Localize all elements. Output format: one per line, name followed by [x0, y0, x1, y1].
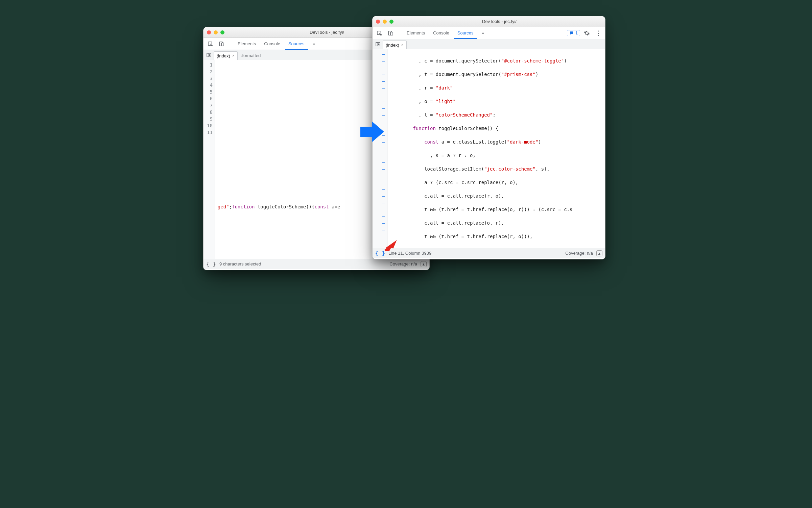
traffic-lights [207, 30, 224, 34]
status-bar: { } Line 11, Column 3939 Coverage: n/a ▲ [373, 248, 605, 258]
separator [230, 41, 230, 47]
file-tab-formatted[interactable]: :formatted [238, 51, 264, 60]
status-bar: { } 9 characters selected Coverage: n/a … [204, 259, 429, 269]
tab-sources[interactable]: Sources [284, 38, 309, 50]
tab-console[interactable]: Console [429, 27, 453, 39]
window-title: DevTools - jec.fyi/ [397, 19, 602, 24]
code-content[interactable]: ged";function toggleColorScheme(){const … [215, 60, 340, 259]
chevron-right-icon: » [313, 41, 315, 46]
navigator-toggle-icon[interactable] [205, 50, 213, 60]
titlebar[interactable]: DevTools - jec.fyi/ [373, 16, 605, 27]
code-content[interactable]: , c = document.querySelector("#color-sch… [387, 49, 572, 248]
code-line: c.alt = c.alt.replace(o, r), [390, 220, 572, 226]
traffic-lights [376, 20, 393, 24]
status-text: 9 characters selected [219, 261, 261, 266]
blue-arrow-icon [359, 118, 386, 145]
settings-gear-icon[interactable] [582, 28, 592, 38]
code-line: a ? (c.src = c.src.replace(r, o), [390, 179, 572, 186]
issues-count: 1 [575, 31, 578, 35]
tab-elements[interactable]: Elements [234, 38, 260, 50]
svg-rect-2 [221, 43, 224, 46]
code-line: ged";function toggleColorScheme(){const … [218, 203, 340, 210]
close-tab-icon[interactable]: × [232, 53, 235, 58]
tab-label: Elements [407, 30, 425, 35]
red-arrow-icon [382, 236, 399, 253]
line-num: 10 [207, 122, 213, 129]
code-line [218, 176, 340, 183]
code-line: , c = document.querySelector("#color-sch… [390, 57, 572, 64]
svg-rect-6 [390, 32, 393, 35]
tab-more[interactable]: » [309, 38, 319, 50]
code-line [218, 163, 340, 170]
line-num: 8 [207, 109, 213, 116]
coverage-label: Coverage: n/a [389, 261, 417, 266]
panel-tabs: Elements Console Sources » [234, 38, 319, 50]
code-line: , r = "dark" [390, 84, 572, 91]
line-num: 11 [207, 129, 213, 136]
code-line: function toggleColorScheme() { [390, 125, 572, 132]
code-line [218, 68, 340, 75]
tab-label: Console [433, 30, 449, 35]
chevron-right-icon: » [482, 30, 484, 35]
line-num: 7 [207, 102, 213, 109]
code-line: , l = "colorSchemeChanged"; [390, 111, 572, 118]
file-tab-index[interactable]: (index) × [214, 51, 238, 60]
line-num: 3 [207, 75, 213, 82]
tab-label: Elements [238, 41, 256, 46]
code-line: t && (t.href = t.href.replace(o, r))) : … [390, 206, 572, 213]
devtools-window-right: DevTools - jec.fyi/ Elements Console Sou… [372, 16, 605, 259]
code-line [218, 136, 340, 143]
code-line [218, 122, 340, 129]
panel-tabs: Elements Console Sources » [403, 27, 488, 39]
file-tab-label: :formatted [241, 53, 261, 58]
navigator-toggle-icon[interactable] [374, 40, 382, 49]
line-num: 1 [207, 61, 213, 68]
pretty-print-icon[interactable]: { } [206, 261, 216, 267]
minimize-icon[interactable] [214, 30, 218, 34]
tab-more[interactable]: » [478, 27, 488, 39]
issues-badge[interactable]: 1 [567, 30, 580, 36]
close-icon[interactable] [207, 30, 211, 34]
code-line [218, 190, 340, 197]
more-menu-icon[interactable]: ⋮ [594, 28, 603, 38]
line-gutter: 1 2 3 4 5 6 7 8 9 10 11 [204, 60, 215, 259]
code-line: const a = e.classList.toggle("dark-mode"… [390, 138, 572, 145]
line-num: 4 [207, 82, 213, 88]
device-toggle-icon[interactable] [386, 28, 396, 38]
close-tab-icon[interactable]: × [401, 43, 404, 47]
code-line [218, 109, 340, 116]
line-num: 2 [207, 68, 213, 75]
tab-sources[interactable]: Sources [453, 27, 478, 39]
code-editor[interactable]: –––––––––– –––––––––– ––––––– , c = docu… [373, 49, 605, 248]
code-line: , s = a ? r : o; [390, 152, 572, 159]
code-line: c.dispatchEvent(new CustomEvent(l,{ [390, 247, 572, 248]
line-num: 9 [207, 116, 213, 122]
line-num: 6 [207, 95, 213, 102]
tab-label: Sources [457, 30, 474, 35]
code-line: t && (t.href = t.href.replace(r, o))), [390, 233, 572, 240]
zoom-icon[interactable] [389, 20, 393, 24]
expand-up-icon[interactable]: ▲ [421, 261, 427, 267]
file-tab-bar: (index) × [373, 39, 605, 49]
zoom-icon[interactable] [220, 30, 224, 34]
code-line [218, 149, 340, 156]
device-toggle-icon[interactable] [217, 39, 226, 49]
panel-tabs-toolbar: Elements Console Sources » 1 ⋮ [373, 27, 605, 39]
expand-up-icon[interactable]: ▲ [596, 250, 602, 256]
code-line: , t = document.querySelector("#prism-css… [390, 71, 572, 78]
line-num: 5 [207, 88, 213, 95]
line-gutter: –––––––––– –––––––––– ––––––– [373, 49, 387, 248]
tab-elements[interactable]: Elements [403, 27, 429, 39]
coverage-label: Coverage: n/a [565, 251, 593, 256]
tab-label: Console [264, 41, 280, 46]
close-icon[interactable] [376, 20, 380, 24]
code-line: localStorage.setItem("jec.color-scheme",… [390, 166, 572, 172]
file-tab-index[interactable]: (index) × [383, 41, 407, 49]
inspect-icon[interactable] [206, 39, 215, 49]
code-line: c.alt = c.alt.replace(r, o), [390, 193, 572, 199]
tab-label: Sources [288, 41, 305, 46]
inspect-icon[interactable] [375, 28, 384, 38]
minimize-icon[interactable] [383, 20, 387, 24]
tab-console[interactable]: Console [260, 38, 284, 50]
separator [399, 30, 399, 36]
